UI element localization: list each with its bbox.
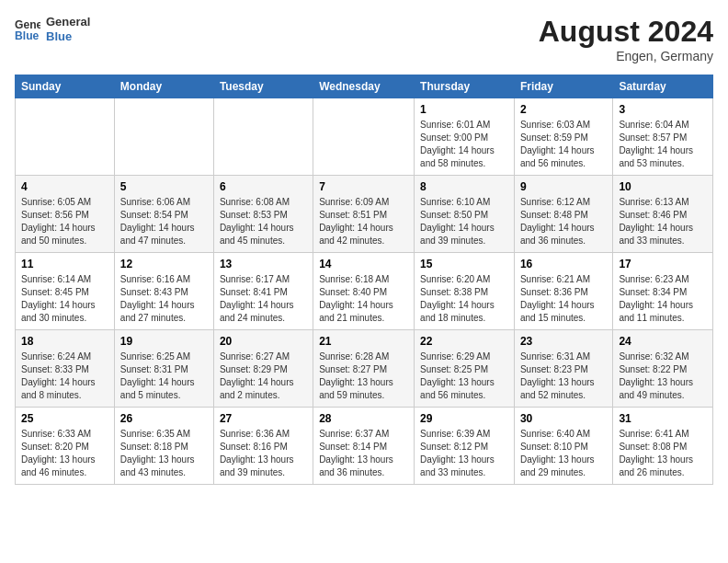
day-info: Sunrise: 6:25 AM Sunset: 8:31 PM Dayligh… xyxy=(120,350,208,402)
calendar-cell xyxy=(313,98,415,176)
calendar-cell: 20Sunrise: 6:27 AM Sunset: 8:29 PM Dayli… xyxy=(213,330,313,408)
calendar-cell: 22Sunrise: 6:29 AM Sunset: 8:25 PM Dayli… xyxy=(415,330,515,408)
calendar-cell: 2Sunrise: 6:03 AM Sunset: 8:59 PM Daylig… xyxy=(514,98,612,176)
svg-text:Blue: Blue xyxy=(15,29,40,42)
day-number: 29 xyxy=(420,412,508,425)
day-info: Sunrise: 6:24 AM Sunset: 8:33 PM Dayligh… xyxy=(21,350,108,402)
calendar-cell: 17Sunrise: 6:23 AM Sunset: 8:34 PM Dayli… xyxy=(613,253,713,330)
calendar-cell: 18Sunrise: 6:24 AM Sunset: 8:33 PM Dayli… xyxy=(16,330,115,408)
day-header-thursday: Thursday xyxy=(415,75,515,98)
calendar-cell: 6Sunrise: 6:08 AM Sunset: 8:53 PM Daylig… xyxy=(213,176,313,253)
logo-text-blue: Blue xyxy=(46,29,90,44)
calendar-cell xyxy=(16,98,115,176)
day-info: Sunrise: 6:18 AM Sunset: 8:40 PM Dayligh… xyxy=(319,273,408,325)
day-number: 31 xyxy=(619,412,707,425)
day-info: Sunrise: 6:40 AM Sunset: 8:10 PM Dayligh… xyxy=(520,428,607,479)
day-number: 19 xyxy=(120,335,208,348)
day-info: Sunrise: 6:13 AM Sunset: 8:46 PM Dayligh… xyxy=(619,196,707,247)
day-info: Sunrise: 6:10 AM Sunset: 8:50 PM Dayligh… xyxy=(420,196,508,247)
day-number: 4 xyxy=(21,180,108,193)
logo-text-general: General xyxy=(46,15,90,29)
calendar-cell: 21Sunrise: 6:28 AM Sunset: 8:27 PM Dayli… xyxy=(313,330,415,408)
day-info: Sunrise: 6:31 AM Sunset: 8:23 PM Dayligh… xyxy=(520,350,607,402)
month-year-title: August 2024 xyxy=(539,15,713,49)
day-info: Sunrise: 6:01 AM Sunset: 9:00 PM Dayligh… xyxy=(420,119,508,170)
day-number: 28 xyxy=(319,412,408,425)
title-block: August 2024 Engen, Germany xyxy=(539,15,713,63)
calendar-cell: 27Sunrise: 6:36 AM Sunset: 8:16 PM Dayli… xyxy=(213,408,313,485)
calendar-week-row: 25Sunrise: 6:33 AM Sunset: 8:20 PM Dayli… xyxy=(16,408,713,485)
location-subtitle: Engen, Germany xyxy=(539,49,713,63)
day-header-monday: Monday xyxy=(114,75,213,98)
page-header: General Blue General Blue August 2024 En… xyxy=(15,15,713,63)
day-number: 26 xyxy=(120,412,208,425)
calendar-cell: 9Sunrise: 6:12 AM Sunset: 8:48 PM Daylig… xyxy=(514,176,612,253)
calendar-cell: 1Sunrise: 6:01 AM Sunset: 9:00 PM Daylig… xyxy=(415,98,515,176)
day-info: Sunrise: 6:27 AM Sunset: 8:29 PM Dayligh… xyxy=(220,350,307,402)
day-info: Sunrise: 6:05 AM Sunset: 8:56 PM Dayligh… xyxy=(21,196,108,247)
day-number: 9 xyxy=(520,180,607,193)
day-number: 14 xyxy=(319,258,408,270)
day-info: Sunrise: 6:39 AM Sunset: 8:12 PM Dayligh… xyxy=(420,428,508,479)
calendar-cell: 31Sunrise: 6:41 AM Sunset: 8:08 PM Dayli… xyxy=(613,408,713,485)
day-number: 3 xyxy=(619,103,707,116)
calendar-cell: 8Sunrise: 6:10 AM Sunset: 8:50 PM Daylig… xyxy=(415,176,515,253)
calendar-cell: 14Sunrise: 6:18 AM Sunset: 8:40 PM Dayli… xyxy=(313,253,415,330)
day-info: Sunrise: 6:36 AM Sunset: 8:16 PM Dayligh… xyxy=(220,428,307,479)
day-number: 25 xyxy=(21,412,108,425)
calendar-cell: 11Sunrise: 6:14 AM Sunset: 8:45 PM Dayli… xyxy=(16,253,115,330)
calendar-cell: 13Sunrise: 6:17 AM Sunset: 8:41 PM Dayli… xyxy=(213,253,313,330)
day-header-saturday: Saturday xyxy=(613,75,713,98)
calendar-cell: 12Sunrise: 6:16 AM Sunset: 8:43 PM Dayli… xyxy=(114,253,213,330)
day-info: Sunrise: 6:06 AM Sunset: 8:54 PM Dayligh… xyxy=(120,196,208,247)
calendar-cell: 28Sunrise: 6:37 AM Sunset: 8:14 PM Dayli… xyxy=(313,408,415,485)
day-header-wednesday: Wednesday xyxy=(313,75,415,98)
calendar-week-row: 11Sunrise: 6:14 AM Sunset: 8:45 PM Dayli… xyxy=(16,253,713,330)
day-info: Sunrise: 6:17 AM Sunset: 8:41 PM Dayligh… xyxy=(220,273,307,325)
day-number: 30 xyxy=(520,412,607,425)
calendar-cell: 5Sunrise: 6:06 AM Sunset: 8:54 PM Daylig… xyxy=(114,176,213,253)
logo: General Blue General Blue xyxy=(15,15,90,43)
day-info: Sunrise: 6:33 AM Sunset: 8:20 PM Dayligh… xyxy=(21,428,108,479)
day-number: 7 xyxy=(319,180,408,193)
calendar-week-row: 18Sunrise: 6:24 AM Sunset: 8:33 PM Dayli… xyxy=(16,330,713,408)
day-number: 16 xyxy=(520,258,607,270)
day-number: 2 xyxy=(520,103,607,116)
calendar-cell: 15Sunrise: 6:20 AM Sunset: 8:38 PM Dayli… xyxy=(415,253,515,330)
day-info: Sunrise: 6:14 AM Sunset: 8:45 PM Dayligh… xyxy=(21,273,108,325)
calendar-cell: 26Sunrise: 6:35 AM Sunset: 8:18 PM Dayli… xyxy=(114,408,213,485)
logo-icon: General Blue xyxy=(15,17,40,42)
day-number: 27 xyxy=(220,412,307,425)
calendar-header-row: SundayMondayTuesdayWednesdayThursdayFrid… xyxy=(16,75,713,98)
day-number: 13 xyxy=(220,258,307,270)
calendar-cell: 7Sunrise: 6:09 AM Sunset: 8:51 PM Daylig… xyxy=(313,176,415,253)
day-info: Sunrise: 6:28 AM Sunset: 8:27 PM Dayligh… xyxy=(319,350,408,402)
day-header-friday: Friday xyxy=(514,75,612,98)
day-info: Sunrise: 6:20 AM Sunset: 8:38 PM Dayligh… xyxy=(420,273,508,325)
day-number: 5 xyxy=(120,180,208,193)
day-number: 15 xyxy=(420,258,508,270)
day-number: 6 xyxy=(220,180,307,193)
day-info: Sunrise: 6:09 AM Sunset: 8:51 PM Dayligh… xyxy=(319,196,408,247)
calendar-cell xyxy=(114,98,213,176)
day-number: 17 xyxy=(619,258,707,270)
day-info: Sunrise: 6:41 AM Sunset: 8:08 PM Dayligh… xyxy=(619,428,707,479)
calendar-cell: 23Sunrise: 6:31 AM Sunset: 8:23 PM Dayli… xyxy=(514,330,612,408)
day-info: Sunrise: 6:37 AM Sunset: 8:14 PM Dayligh… xyxy=(319,428,408,479)
calendar-cell: 29Sunrise: 6:39 AM Sunset: 8:12 PM Dayli… xyxy=(415,408,515,485)
day-number: 18 xyxy=(21,335,108,348)
day-number: 10 xyxy=(619,180,707,193)
day-number: 23 xyxy=(520,335,607,348)
calendar-week-row: 4Sunrise: 6:05 AM Sunset: 8:56 PM Daylig… xyxy=(16,176,713,253)
calendar-table: SundayMondayTuesdayWednesdayThursdayFrid… xyxy=(15,75,713,485)
day-info: Sunrise: 6:03 AM Sunset: 8:59 PM Dayligh… xyxy=(520,119,607,170)
day-info: Sunrise: 6:08 AM Sunset: 8:53 PM Dayligh… xyxy=(220,196,307,247)
day-info: Sunrise: 6:04 AM Sunset: 8:57 PM Dayligh… xyxy=(619,119,707,170)
day-header-sunday: Sunday xyxy=(16,75,115,98)
calendar-cell: 4Sunrise: 6:05 AM Sunset: 8:56 PM Daylig… xyxy=(16,176,115,253)
day-info: Sunrise: 6:16 AM Sunset: 8:43 PM Dayligh… xyxy=(120,273,208,325)
day-number: 8 xyxy=(420,180,508,193)
day-number: 21 xyxy=(319,335,408,348)
calendar-cell: 3Sunrise: 6:04 AM Sunset: 8:57 PM Daylig… xyxy=(613,98,713,176)
calendar-week-row: 1Sunrise: 6:01 AM Sunset: 9:00 PM Daylig… xyxy=(16,98,713,176)
